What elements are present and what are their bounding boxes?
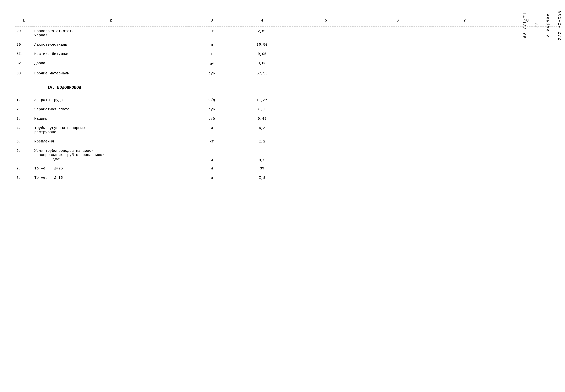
row-name: Крепления bbox=[32, 137, 189, 146]
row-c7 bbox=[433, 69, 496, 78]
row-c6 bbox=[362, 137, 433, 146]
row-value: 6,3 bbox=[234, 123, 290, 137]
table-row: 4. Трубы чугунные напорныераструовне м 6… bbox=[15, 123, 559, 137]
row-unit: кг bbox=[189, 137, 234, 146]
table-row: 7. То же, Д=25 м 39 bbox=[15, 164, 559, 173]
row-c5 bbox=[290, 114, 362, 123]
row-num: I. bbox=[15, 95, 32, 105]
row-value: 57,35 bbox=[234, 69, 290, 78]
row-value: I,2 bbox=[234, 137, 290, 146]
row-c7 bbox=[433, 26, 496, 40]
row-c8 bbox=[496, 95, 559, 105]
table-row: 3I. Мастика битумная т 0,05 bbox=[15, 49, 559, 58]
header-col-6: 6 bbox=[362, 15, 433, 26]
row-c6 bbox=[362, 114, 433, 123]
row-name: Заработная плата bbox=[32, 105, 189, 114]
row-num: 8. bbox=[15, 173, 32, 182]
row-value: 3I,I5 bbox=[234, 105, 290, 114]
row-unit: м bbox=[189, 123, 234, 137]
row-c8 bbox=[496, 58, 559, 69]
row-c6 bbox=[362, 69, 433, 78]
row-unit: м bbox=[189, 173, 234, 182]
row-unit: ч/д bbox=[189, 95, 234, 105]
row-unit: руб bbox=[189, 69, 234, 78]
row-c7 bbox=[433, 105, 496, 114]
row-c6 bbox=[362, 26, 433, 40]
row-c5 bbox=[290, 95, 362, 105]
row-value: 0,05 bbox=[234, 49, 290, 58]
row-name: Прочие материалы bbox=[32, 69, 189, 78]
row-value: I,8 bbox=[234, 173, 290, 182]
row-c5 bbox=[290, 137, 362, 146]
row-c5 bbox=[290, 173, 362, 182]
row-c7 bbox=[433, 173, 496, 182]
row-c8 bbox=[496, 105, 559, 114]
row-value: I6,80 bbox=[234, 40, 290, 49]
row-c6 bbox=[362, 123, 433, 137]
header-col-5: 5 bbox=[290, 15, 362, 26]
row-unit: м3 bbox=[189, 58, 234, 69]
table-row: 32. Дрова м3 0,03 bbox=[15, 58, 559, 69]
row-name: Мастика битумная bbox=[32, 49, 189, 58]
row-name: Проволока ст.отож.черная bbox=[32, 26, 189, 40]
row-c8 bbox=[496, 40, 559, 49]
row-c8 bbox=[496, 69, 559, 78]
section-header-text: IV. ВОДОПРОВОД bbox=[15, 78, 559, 95]
header-col-3: 3 bbox=[189, 15, 234, 26]
page-container: 902-2- 272 Альбом у - 87 - 14/133-05 1 2… bbox=[0, 0, 565, 392]
label-middle: Альбом у bbox=[545, 14, 550, 38]
row-name: Машины bbox=[32, 114, 189, 123]
row-unit: кг bbox=[189, 26, 234, 40]
row-num: 33. bbox=[15, 69, 32, 78]
row-c5 bbox=[290, 40, 362, 49]
row-unit: руб bbox=[189, 114, 234, 123]
row-c7 bbox=[433, 58, 496, 69]
row-c5 bbox=[290, 164, 362, 173]
row-c7 bbox=[433, 164, 496, 173]
table-row: 29. Проволока ст.отож.черная кг 2,52 bbox=[15, 26, 559, 40]
row-c5 bbox=[290, 49, 362, 58]
row-c5 bbox=[290, 58, 362, 69]
row-num: 3. bbox=[15, 114, 32, 123]
row-c8 bbox=[496, 49, 559, 58]
row-c7 bbox=[433, 114, 496, 123]
row-c6 bbox=[362, 58, 433, 69]
row-c8 bbox=[496, 146, 559, 164]
row-c5 bbox=[290, 146, 362, 164]
table-row: I. Затраты труда ч/д II,36 bbox=[15, 95, 559, 105]
row-name: То же, Д=25 bbox=[32, 164, 189, 173]
row-c7 bbox=[433, 137, 496, 146]
row-c7 bbox=[433, 95, 496, 105]
row-c6 bbox=[362, 49, 433, 58]
row-num: 4. bbox=[15, 123, 32, 137]
row-unit: м bbox=[189, 146, 234, 164]
row-unit: м bbox=[189, 40, 234, 49]
row-unit: т bbox=[189, 49, 234, 58]
row-name: Лакостеклоткань bbox=[32, 40, 189, 49]
row-c7 bbox=[433, 40, 496, 49]
row-value: 0,48 bbox=[234, 114, 290, 123]
row-c6 bbox=[362, 146, 433, 164]
label-bottom-code: 14/133-05 bbox=[521, 13, 526, 39]
row-c5 bbox=[290, 69, 362, 78]
row-c7 bbox=[433, 49, 496, 58]
row-name: То же, Д=I5 bbox=[32, 173, 189, 182]
table-row: 3. Машины руб 0,48 bbox=[15, 114, 559, 123]
row-c8 bbox=[496, 164, 559, 173]
label-bottom-num: - 87 - bbox=[534, 18, 538, 33]
row-value: 0,03 bbox=[234, 58, 290, 69]
row-name: Дрова bbox=[32, 58, 189, 69]
row-num: 3I. bbox=[15, 49, 32, 58]
header-row: 1 2 3 4 5 6 7 8 bbox=[15, 15, 559, 26]
row-num: 6. bbox=[15, 146, 32, 164]
row-c5 bbox=[290, 123, 362, 137]
row-c6 bbox=[362, 40, 433, 49]
row-value: 9,5 bbox=[234, 146, 290, 164]
row-value: II,36 bbox=[234, 95, 290, 105]
row-unit: руб bbox=[189, 105, 234, 114]
row-c7 bbox=[433, 123, 496, 137]
row-c5 bbox=[290, 26, 362, 40]
table-row: 6. Узлы трубопроводов из водо-газопровод… bbox=[15, 146, 559, 164]
row-c8 bbox=[496, 123, 559, 137]
row-c8 bbox=[496, 114, 559, 123]
